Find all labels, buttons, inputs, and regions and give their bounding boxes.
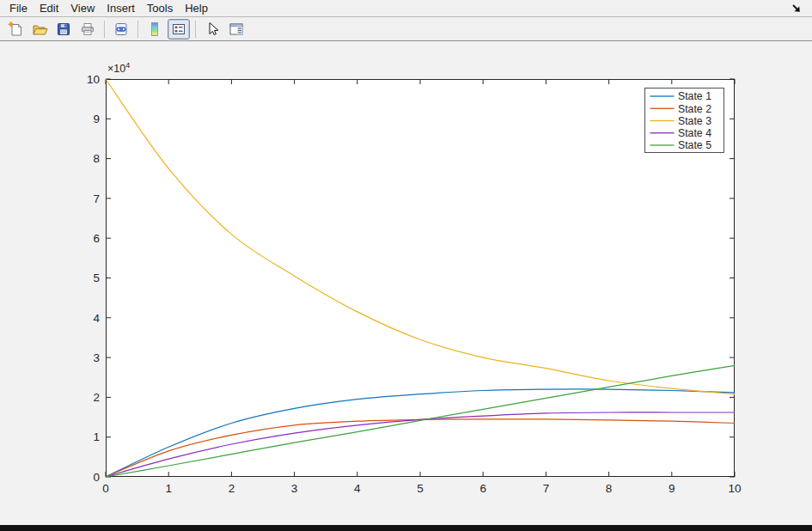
- legend[interactable]: State 1State 2State 3State 4State 5: [645, 88, 724, 153]
- link-chain-icon: [113, 21, 130, 38]
- y-tick-label: 5: [93, 272, 100, 284]
- dock-figure-icon[interactable]: [790, 3, 803, 15]
- x-tick-label: 1: [165, 482, 172, 495]
- x-tick-label: 0: [102, 482, 109, 495]
- toolbar-separator: [104, 21, 105, 38]
- legend-entry-label: State 4: [678, 127, 711, 139]
- menu-items: FileEditViewInsertToolsHelp: [3, 0, 214, 16]
- x-tick-label: 10: [728, 482, 741, 495]
- toolbar-separator: [137, 21, 138, 38]
- bottom-window-edge: [0, 525, 812, 531]
- y-tick-labels: 012345678910: [87, 73, 101, 484]
- y-tick-label: 1: [93, 430, 100, 443]
- figure-canvas: 012345678910012345678910×104State 1State…: [0, 41, 812, 526]
- y-tick-label: 2: [93, 391, 100, 404]
- x-tick-label: 5: [417, 482, 424, 495]
- link-plot-button[interactable]: [110, 19, 132, 40]
- y-tick-label: 0: [93, 471, 100, 484]
- x-tick-label: 8: [606, 482, 613, 495]
- insert-legend-button[interactable]: [168, 19, 190, 40]
- save-figure-button[interactable]: [52, 19, 75, 40]
- legend-icon: [170, 21, 187, 38]
- edit-plot-button[interactable]: [201, 19, 223, 40]
- menu-item-file[interactable]: File: [3, 0, 34, 16]
- figure-toolbar: [0, 17, 812, 41]
- menu-item-edit[interactable]: Edit: [34, 0, 64, 16]
- y-axis-multiplier: ×104: [107, 61, 130, 75]
- colorbar-icon: [146, 21, 163, 38]
- menu-item-insert[interactable]: Insert: [101, 0, 141, 16]
- axes-plot: 012345678910012345678910×104State 1State…: [0, 41, 812, 531]
- x-tick-label: 2: [229, 482, 235, 495]
- property-inspector-button[interactable]: [225, 19, 247, 40]
- plot-area: [106, 79, 735, 477]
- save-floppy-icon: [55, 21, 72, 38]
- x-tick-labels: 012345678910: [102, 482, 741, 495]
- y-tick-label: 3: [93, 351, 100, 364]
- matlab-figure-window: FileEditViewInsertToolsHelp: [0, 0, 812, 531]
- legend-entry-label: State 2: [678, 103, 711, 115]
- x-tick-label: 7: [543, 482, 550, 495]
- new-document-icon: [7, 21, 24, 38]
- open-file-button[interactable]: [28, 19, 51, 40]
- toolbar-separator: [195, 21, 196, 38]
- printer-icon: [79, 21, 96, 38]
- menu-bar: FileEditViewInsertToolsHelp: [0, 0, 812, 17]
- legend-entry-label: State 3: [678, 115, 711, 127]
- y-tick-label: 10: [87, 73, 100, 86]
- y-tick-label: 7: [93, 192, 100, 205]
- x-tick-label: 3: [291, 482, 298, 495]
- menu-item-tools[interactable]: Tools: [141, 0, 179, 16]
- x-tick-label: 6: [479, 482, 486, 495]
- legend-entry-label: State 1: [678, 90, 711, 102]
- arrow-cursor-icon: [204, 21, 221, 38]
- legend-entry-label: State 5: [678, 139, 711, 151]
- insert-colorbar-button[interactable]: [143, 19, 166, 40]
- y-tick-label: 9: [93, 113, 100, 125]
- x-tick-label: 4: [354, 482, 361, 495]
- print-figure-button[interactable]: [76, 19, 99, 40]
- new-figure-button[interactable]: [4, 19, 27, 40]
- y-tick-label: 8: [93, 152, 100, 165]
- open-folder-icon: [31, 21, 48, 38]
- x-tick-label: 9: [669, 482, 675, 495]
- menu-item-help[interactable]: Help: [179, 0, 214, 16]
- inspector-panel-icon: [228, 21, 245, 38]
- menu-item-view[interactable]: View: [64, 0, 101, 16]
- y-tick-label: 4: [93, 312, 100, 325]
- y-tick-label: 6: [93, 232, 100, 245]
